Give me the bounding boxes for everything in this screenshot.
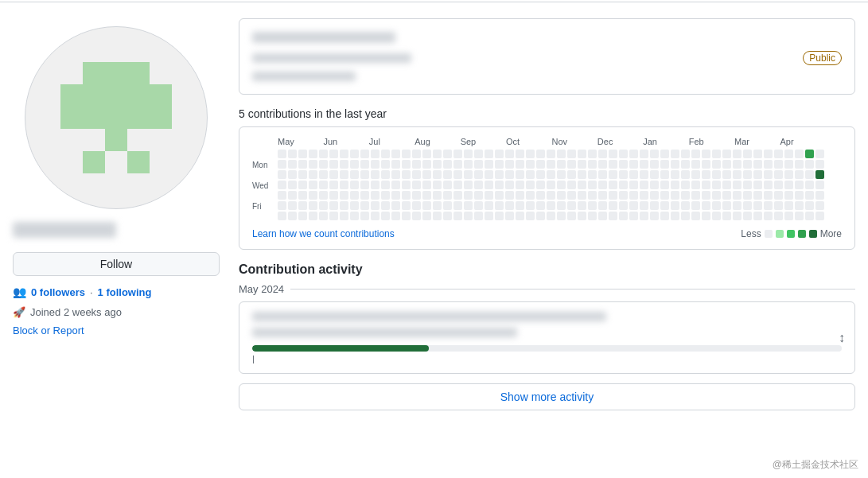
day-cell[interactable]: [309, 170, 317, 179]
day-cell[interactable]: [764, 201, 773, 210]
day-cell[interactable]: [578, 201, 586, 210]
day-cell[interactable]: [609, 170, 617, 179]
day-cell[interactable]: [722, 160, 731, 169]
day-cell[interactable]: [743, 181, 752, 189]
day-cell[interactable]: [805, 212, 814, 220]
day-cell[interactable]: [815, 191, 824, 200]
day-cell[interactable]: [660, 191, 669, 200]
day-cell[interactable]: [774, 170, 783, 179]
day-cell[interactable]: [691, 201, 700, 210]
day-cell[interactable]: [329, 201, 338, 210]
day-cell[interactable]: [743, 170, 752, 179]
day-cell[interactable]: [795, 181, 804, 189]
day-cell[interactable]: [526, 181, 535, 189]
day-cell[interactable]: [505, 170, 514, 179]
day-cell[interactable]: [702, 150, 710, 158]
day-cell[interactable]: [371, 201, 380, 210]
day-cell[interactable]: [433, 160, 442, 169]
day-cell[interactable]: [443, 181, 452, 189]
day-cell[interactable]: [712, 160, 721, 169]
day-cell[interactable]: [350, 212, 359, 220]
day-cell[interactable]: [784, 201, 793, 210]
day-cell[interactable]: [702, 170, 710, 179]
day-cell[interactable]: [288, 181, 297, 189]
day-cell[interactable]: [329, 191, 338, 200]
day-cell[interactable]: [526, 201, 535, 210]
day-cell[interactable]: [815, 201, 824, 210]
day-cell[interactable]: [588, 170, 597, 179]
day-cell[interactable]: [650, 150, 659, 158]
day-cell[interactable]: [360, 212, 369, 220]
day-cell[interactable]: [567, 191, 576, 200]
day-cell[interactable]: [702, 181, 710, 189]
day-cell[interactable]: [516, 181, 524, 189]
day-cell[interactable]: [660, 160, 669, 169]
day-cell[interactable]: [650, 170, 659, 179]
day-cell[interactable]: [402, 170, 411, 179]
day-cell[interactable]: [371, 150, 380, 158]
day-cell[interactable]: [485, 191, 493, 200]
day-cell[interactable]: [805, 160, 814, 169]
day-cell[interactable]: [433, 212, 442, 220]
day-cell[interactable]: [391, 170, 400, 179]
day-cell[interactable]: [712, 150, 721, 158]
day-cell[interactable]: [298, 170, 307, 179]
day-cell[interactable]: [733, 181, 741, 189]
day-cell[interactable]: [402, 150, 411, 158]
day-cell[interactable]: [443, 201, 452, 210]
day-cell[interactable]: [309, 181, 317, 189]
day-cell[interactable]: [640, 212, 648, 220]
day-cell[interactable]: [650, 201, 659, 210]
day-cell[interactable]: [681, 201, 690, 210]
day-cell[interactable]: [722, 150, 731, 158]
day-cell[interactable]: [557, 201, 566, 210]
day-cell[interactable]: [360, 201, 369, 210]
day-cell[interactable]: [557, 212, 566, 220]
day-cell[interactable]: [278, 181, 286, 189]
day-cell[interactable]: [495, 191, 504, 200]
day-cell[interactable]: [381, 150, 390, 158]
day-cell[interactable]: [567, 181, 576, 189]
block-report-link[interactable]: Block or Report: [13, 324, 220, 336]
day-cell[interactable]: [784, 191, 793, 200]
day-cell[interactable]: [422, 170, 431, 179]
day-cell[interactable]: [278, 170, 286, 179]
day-cell[interactable]: [805, 150, 814, 158]
day-cell[interactable]: [309, 150, 317, 158]
day-cell[interactable]: [764, 170, 773, 179]
day-cell[interactable]: [722, 181, 731, 189]
day-cell[interactable]: [516, 212, 524, 220]
day-cell[interactable]: [443, 170, 452, 179]
day-cell[interactable]: [288, 160, 297, 169]
day-cell[interactable]: [629, 170, 638, 179]
day-cell[interactable]: [722, 201, 731, 210]
day-cell[interactable]: [298, 201, 307, 210]
day-cell[interactable]: [381, 212, 390, 220]
day-cell[interactable]: [805, 170, 814, 179]
day-cell[interactable]: [516, 191, 524, 200]
day-cell[interactable]: [547, 160, 555, 169]
day-cell[interactable]: [640, 150, 648, 158]
day-cell[interactable]: [350, 170, 359, 179]
day-cell[interactable]: [795, 160, 804, 169]
day-cell[interactable]: [691, 181, 700, 189]
day-cell[interactable]: [733, 160, 741, 169]
day-cell[interactable]: [598, 160, 607, 169]
day-cell[interactable]: [671, 212, 679, 220]
day-cell[interactable]: [350, 160, 359, 169]
day-cell[interactable]: [640, 191, 648, 200]
day-cell[interactable]: [753, 170, 762, 179]
day-cell[interactable]: [743, 212, 752, 220]
day-cell[interactable]: [547, 201, 555, 210]
day-cell[interactable]: [443, 191, 452, 200]
day-cell[interactable]: [340, 181, 348, 189]
day-cell[interactable]: [278, 191, 286, 200]
day-cell[interactable]: [598, 212, 607, 220]
day-cell[interactable]: [485, 160, 493, 169]
day-cell[interactable]: [619, 191, 628, 200]
day-cell[interactable]: [391, 181, 400, 189]
day-cell[interactable]: [505, 181, 514, 189]
day-cell[interactable]: [640, 170, 648, 179]
day-cell[interactable]: [743, 150, 752, 158]
day-cell[interactable]: [350, 201, 359, 210]
